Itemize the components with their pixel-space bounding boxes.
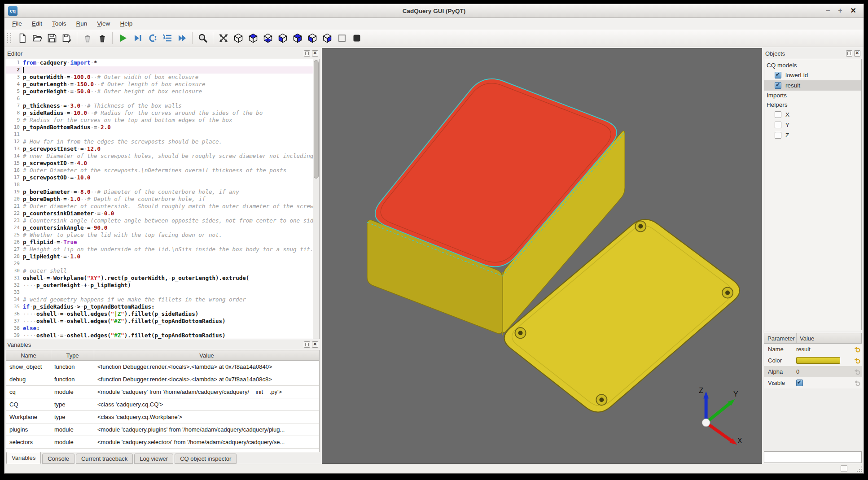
undo-button[interactable] (853, 368, 862, 375)
code-line[interactable]: 16# Outer Diameter of the screwposts.\nD… (6, 167, 319, 174)
menu-file[interactable]: File (7, 18, 27, 30)
save-as-button[interactable] (59, 31, 74, 45)
table-row[interactable]: Planetype<class 'cadquery.occ_impl.geom.… (6, 449, 319, 452)
value-text[interactable]: result (796, 346, 811, 353)
table-row[interactable]: debugfunction<function Debugger.render.<… (6, 373, 319, 386)
tree-group-label[interactable]: Helpers (764, 100, 861, 109)
tab-current-traceback[interactable]: Current traceback (76, 454, 133, 464)
editor-scrollbar-thumb[interactable] (314, 60, 319, 179)
code-line[interactable]: 9# Radius for the curves on the top and … (6, 117, 319, 124)
code-line[interactable]: 28p_lipHeight·=·1.0 (6, 253, 319, 260)
view-top-button[interactable] (245, 31, 260, 45)
code-line[interactable]: 5p_outerHeight·=·50.0··# Outer height of… (6, 88, 319, 95)
column-header[interactable]: Type (51, 350, 94, 360)
menu-view[interactable]: View (92, 18, 115, 30)
code-line[interactable]: 20p_boreDepth·=·1.0··# Depth of the coun… (6, 196, 319, 203)
menu-run[interactable]: Run (71, 18, 92, 30)
view-iso-button[interactable] (231, 31, 245, 45)
shaded-mode-button[interactable] (349, 31, 364, 45)
delete-all-button[interactable] (95, 31, 110, 45)
parameter-row-alpha[interactable]: Alpha0 (764, 366, 862, 377)
tree-item-y[interactable]: Y (764, 120, 861, 130)
code-line[interactable]: 23# Countersink angle (complete angle be… (6, 217, 319, 224)
step-into-button[interactable] (160, 31, 175, 45)
checkbox-lowerlid[interactable] (775, 72, 781, 79)
view-left-button[interactable] (305, 31, 320, 45)
tab-log-viewer[interactable]: Log viewer (134, 454, 173, 464)
code-line[interactable]: 18 (6, 181, 319, 188)
table-row[interactable]: selectorsmodule<module 'cadquery.selecto… (6, 436, 319, 449)
step-over-button[interactable] (145, 31, 160, 45)
code-line[interactable]: 15p_screwpostID·=·4.0 (6, 160, 319, 167)
variables-close-button[interactable] (312, 341, 318, 348)
resize-grip[interactable] (856, 466, 862, 472)
code-line[interactable]: 1from·cadquery·import·* (6, 59, 319, 66)
code-line[interactable]: 11 (6, 131, 319, 138)
checkbox-z[interactable] (775, 132, 781, 139)
code-line[interactable]: 30# outer shell (6, 267, 319, 275)
parameter-row-visible[interactable]: Visible (764, 377, 862, 388)
code-line[interactable]: 38else: (6, 325, 319, 332)
code-line[interactable]: 31oshell·=·Workplane("XY").rect(p_outerW… (6, 275, 319, 282)
code-line[interactable]: 37····oshell·=·oshell.edges("#Z").fillet… (6, 318, 319, 325)
menu-edit[interactable]: Edit (27, 18, 47, 30)
column-header[interactable]: Name (6, 350, 51, 360)
checkbox-x[interactable] (775, 111, 781, 118)
view-back-button[interactable] (290, 31, 305, 45)
code-line[interactable]: 36····oshell·=·oshell.edges("|Z").fillet… (6, 310, 319, 318)
value-text[interactable]: 0 (796, 368, 799, 375)
table-row[interactable]: show_objectfunction<function Debugger.re… (6, 361, 319, 373)
delete-button[interactable] (80, 31, 95, 45)
code-line[interactable]: 35if·p_sideRadius·>·p_topAndBottomRadius… (6, 303, 319, 310)
view-bottom-button[interactable] (260, 31, 275, 45)
menu-tools[interactable]: Tools (47, 18, 71, 30)
parameter-row-name[interactable]: Nameresult (764, 344, 862, 355)
objects-float-button[interactable] (846, 50, 852, 57)
editor-scrollbar[interactable] (313, 59, 319, 339)
table-row[interactable]: pluginsmodule<module 'cadquery.plugins' … (6, 423, 319, 436)
code-line[interactable]: 17p_screwpostOD·=·10.0 (6, 174, 319, 181)
tree-group-label[interactable]: CQ models (764, 61, 861, 70)
statusbar-button[interactable] (841, 465, 847, 472)
code-line[interactable]: 33 (6, 289, 319, 296)
minimize-button[interactable]: − (826, 4, 830, 17)
menu-help[interactable]: Help (115, 18, 137, 30)
tab-console[interactable]: Console (42, 454, 75, 464)
column-header[interactable]: Value (94, 350, 319, 360)
title-bar[interactable]: cq CadQuery GUI (PyQT) −+✕ (4, 4, 864, 18)
objects-close-button[interactable] (854, 50, 860, 57)
code-line[interactable]: 24p_countersinkAngle·=·90.0 (6, 224, 319, 231)
code-line[interactable]: 21# Outer diameter of countersink. Shoul… (6, 203, 319, 210)
debug-button[interactable] (130, 31, 145, 45)
maximize-button[interactable]: + (838, 4, 842, 17)
table-row[interactable]: Workplanetype<class 'cadquery.cq.Workpla… (6, 411, 319, 423)
code-line[interactable]: 39····oshell·=·oshell.edges("#Z").fillet… (6, 332, 319, 339)
editor-close-button[interactable] (312, 50, 318, 57)
empty-field[interactable] (764, 451, 862, 463)
parameter-row-color[interactable]: Color (764, 355, 862, 366)
code-line[interactable]: 25# Whether to place the lid with the to… (6, 231, 319, 239)
close-button[interactable]: ✕ (850, 4, 856, 17)
tree-item-result[interactable]: result (764, 80, 861, 91)
variables-table-header[interactable]: NameTypeValue (6, 350, 319, 361)
visible-checkbox[interactable] (796, 380, 803, 386)
code-line[interactable]: 3p_outerWidth·=·100.0··# Outer width of … (6, 74, 319, 81)
code-editor[interactable]: 1from·cadquery·import·*23p_outerWidth·=·… (6, 59, 320, 339)
viewport-canvas[interactable]: ZYX (322, 48, 762, 463)
fit-all-button[interactable] (216, 31, 231, 45)
undo-button[interactable] (853, 380, 862, 386)
variables-float-button[interactable] (304, 341, 310, 348)
code-line[interactable]: 26p_flipLid·=·True (6, 239, 319, 246)
table-row[interactable]: CQtype<class 'cadquery.cq.CQ'> (6, 398, 319, 411)
tab-variables[interactable]: Variables (6, 452, 41, 464)
color-swatch[interactable] (796, 357, 840, 364)
code-line[interactable]: 27# Height of lip on the underside of th… (6, 246, 319, 253)
checkbox-result[interactable] (775, 82, 781, 89)
open-file-button[interactable] (30, 31, 44, 45)
code-line[interactable]: 10p_topAndBottomRadius·=·2.0 (6, 124, 319, 131)
undo-button[interactable] (853, 357, 862, 364)
zoom-to-fit-button[interactable] (195, 31, 210, 45)
code-line[interactable]: 8p_sideRadius·=·10.0··# Radius for the c… (6, 109, 319, 117)
view-front-button[interactable] (275, 31, 290, 45)
code-line[interactable]: 22p_countersinkDiameter·=·0.0 (6, 210, 319, 217)
